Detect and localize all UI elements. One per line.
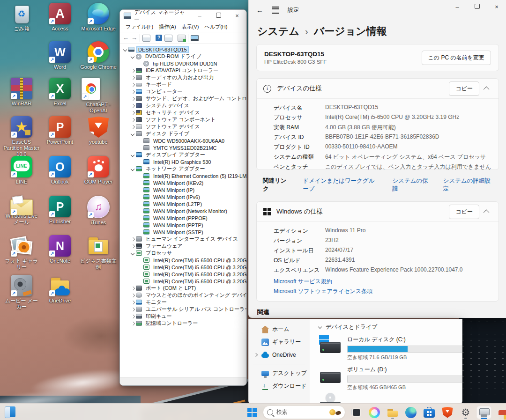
device-tree-node[interactable]: hp HLDS DVDROM DUD1N [121,60,246,67]
device-tree-node[interactable]: 印刷キュー [121,313,246,320]
device-tree-node[interactable]: ファームウェア [121,243,246,250]
device-tree-node[interactable]: オーディオの入力および出力 [121,74,246,81]
tree-expander-icon[interactable] [130,68,135,73]
device-tree-node[interactable]: ソフトウェア コンポーネント [121,116,246,123]
device-tree-node[interactable]: Intel(R) Core(TM) i5-6500 CPU @ 3.20GHz [121,278,246,285]
device-tree-node[interactable]: Intel(R) Core(TM) i5-6500 CPU @ 3.20GHz [121,271,246,278]
taskbar-icon-microsoft-edge[interactable] [403,406,418,419]
properties-icon[interactable] [142,35,150,42]
tree-expander-icon[interactable] [130,244,135,249]
device-tree-node[interactable]: DVD/CD-ROM ドライブ [121,53,246,60]
device-tree-node[interactable]: WAN Miniport (IKEv2) [121,179,246,186]
desktop-icon-recycle[interactable]: ごみ箱 [3,3,40,32]
device-spec-header[interactable]: デバイスの仕様 コピー [257,79,499,98]
device-tree-node[interactable]: ヒューマン インターフェイス デバイス [121,236,246,243]
device-tree-node[interactable]: ユニバーサル シリアル バス コントローラー [121,306,246,313]
expander-icon[interactable] [254,372,258,376]
device-tree-node[interactable]: WAN Miniport (PPPOE) [121,214,246,221]
desktop-icon-access[interactable]: Access [41,3,79,32]
sidebar-item-desktop[interactable]: デスクトップ [249,367,310,380]
tray-partial-icon[interactable] [499,410,506,420]
tree-expander-icon[interactable] [130,54,135,59]
device-tree-node[interactable]: Intel(R) Core(TM) i5-6500 CPU @ 3.20GHz [121,264,246,271]
back-icon[interactable]: ← [256,6,263,14]
drive-system[interactable]: ローカル ディスク (C:) 空き領域 71.6 GB/119 GB [320,336,462,361]
desktop-icon-photogallery[interactable]: フォト ギャラリー [3,235,40,270]
back-arrow-icon[interactable]: ← [123,34,129,42]
desktop-icon-publisher[interactable]: Publisher [41,196,79,225]
taskbar-search[interactable]: 検索 [263,405,345,419]
tree-expander-icon[interactable] [130,153,135,157]
tree-expander-icon[interactable] [123,47,127,52]
taskbar-icon-copilot[interactable] [367,406,382,419]
tree-expander-icon[interactable] [130,82,135,87]
tree-expander-icon[interactable] [130,118,135,122]
expander-icon[interactable] [254,384,258,388]
start-button[interactable] [245,406,260,419]
device-tree-node[interactable]: モニター [121,299,246,306]
device-tree-node[interactable]: ソフトウェア デバイス [121,123,246,130]
tree-expander-icon[interactable] [138,230,142,235]
device-tree-node[interactable]: DESKTOP-63TQD15 [121,46,246,53]
taskbar-icon-brave-browser[interactable] [440,406,455,419]
device-tree-node[interactable]: WAN Miniport (Network Monitor) [121,207,246,214]
tree-expander-icon[interactable] [130,96,135,101]
desktop-icon-chatgpt[interactable]: ChatGPT - OpenAI [80,78,117,114]
device-tree-node[interactable]: IDE ATA/ATAPI コントローラー [121,67,246,74]
device-tree-node[interactable]: Intel(R) HD Graphics 530 [121,158,246,165]
menu-item[interactable]: ファイル(F) [123,22,156,31]
tree-expander-icon[interactable] [130,314,135,319]
tree-expander-icon[interactable] [130,75,135,80]
device-tree-node[interactable]: WAN Miniport (IPv6) [121,193,246,200]
tree-expander-icon[interactable] [130,132,135,136]
minimize-button[interactable]: – [190,10,209,22]
desktop-icon-bizfolder[interactable]: ビジネス書類文例 [80,235,117,270]
tree-expander-icon[interactable] [130,103,135,108]
desktop-icon-line[interactable]: LINE [3,156,40,185]
device-tree-node[interactable]: Intel(R) Core(TM) i5-6500 CPU @ 3.20GHz [121,257,246,264]
desktop-icon-gom[interactable]: GOM Player [80,156,117,185]
expander-icon[interactable] [254,353,258,357]
tree-expander-icon[interactable] [138,188,142,192]
menu-item[interactable]: ヘルプ(H) [202,22,230,31]
menu-item[interactable]: 操作(A) [156,22,179,31]
scan-hardware-icon[interactable] [178,35,186,42]
close-button[interactable]: × [228,10,246,22]
device-tree-node[interactable]: セキュリティ デバイス [121,109,246,116]
device-tree-node[interactable]: コンピューター [121,88,246,95]
tree-expander-icon[interactable] [130,125,135,129]
device-tree-node[interactable]: ディスク ドライブ [121,130,246,137]
drives-section-header[interactable]: デバイスとドライブ [318,323,462,331]
link[interactable]: システムの詳細設定 [443,177,492,193]
hamburger-menu-icon[interactable] [272,7,279,14]
desktop-icon-onedrive[interactable]: OneDrive [41,275,79,304]
tree-expander-icon[interactable] [138,61,142,66]
tree-expander-icon[interactable] [130,321,135,326]
device-tree-node[interactable]: サウンド、ビデオ、およびゲーム コントローラー [121,95,246,102]
tree-expander-icon[interactable] [138,195,142,199]
device-tree-node[interactable]: 記憶域コントローラー [121,320,246,327]
sidebar-item-cloud[interactable]: OneDrive [249,348,310,361]
tree-expander-icon[interactable] [138,258,142,263]
tree-expander-icon[interactable] [130,307,135,312]
device-tree-node[interactable]: YMTC YMSS1ED02B21MC [121,144,246,151]
device-tree-node[interactable]: プロセッサ [121,250,246,257]
tree-expander-icon[interactable] [138,216,142,221]
device-tree-node[interactable]: WAN Miniport (PPTP) [121,221,246,228]
maximize-button[interactable] [209,10,228,22]
device-tree-node[interactable]: WAN Miniport (SSTP) [121,228,246,236]
widgets-icon[interactable] [5,406,15,417]
device-tree-node[interactable]: ディスプレイ アダプター [121,151,246,158]
device-tree-node[interactable]: キーボード [121,81,246,88]
device-tree-node[interactable]: ポート (COM と LPT) [121,285,246,292]
desktop-icon-winrar[interactable]: WinRAR [3,78,40,107]
tree-expander-icon[interactable] [138,139,142,143]
taskbar-icon-settings[interactable]: ⚙ [458,406,473,419]
desktop-icon-edge[interactable]: Microsoft Edge [80,3,117,32]
forward-arrow-icon[interactable]: → [131,34,137,42]
desktop-icon-onenote[interactable]: OneNote [41,235,79,264]
windows-spec-header[interactable]: Windows の仕様 コピー [257,202,499,221]
tree-expander-icon[interactable] [138,209,142,214]
expander-icon[interactable] [254,328,258,332]
desktop-icon-chrome[interactable]: Google Chrome [80,41,117,70]
